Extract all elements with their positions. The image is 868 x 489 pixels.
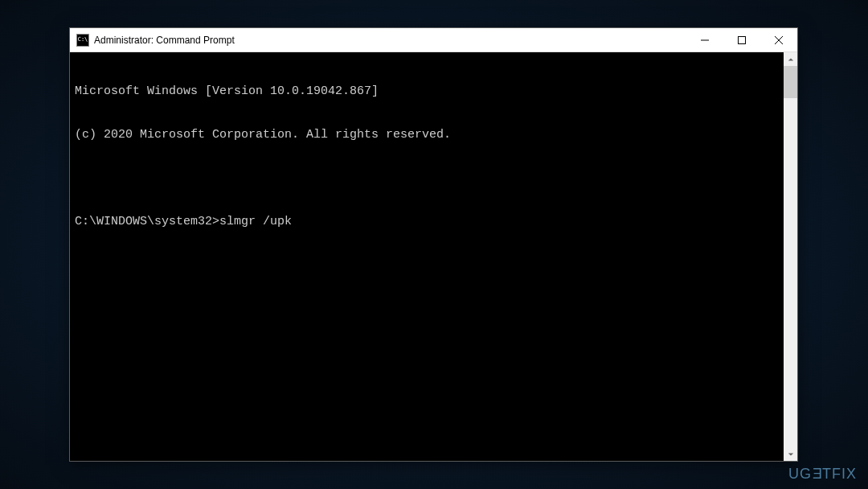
minimize-icon: [701, 36, 709, 44]
terminal-area: Microsoft Windows [Version 10.0.19042.86…: [70, 52, 797, 461]
close-icon: [775, 36, 783, 44]
window-controls: [686, 28, 797, 51]
watermark-logo: UGETFIX: [788, 466, 857, 483]
terminal-prompt-line: C:\WINDOWS\system32>slmgr /upk: [75, 215, 779, 229]
terminal-line-copyright: (c) 2020 Microsoft Corporation. All righ…: [75, 128, 779, 142]
close-button[interactable]: [760, 28, 797, 51]
watermark-post: TFIX: [822, 466, 857, 482]
watermark-e: E: [812, 466, 822, 483]
scroll-down-button[interactable]: [784, 447, 797, 461]
app-icon-text: C:\: [78, 37, 88, 43]
titlebar[interactable]: C:\ Administrator: Command Prompt: [70, 28, 797, 52]
maximize-icon: [738, 36, 746, 44]
app-icon: C:\: [76, 34, 89, 47]
maximize-button[interactable]: [723, 28, 760, 51]
terminal-output[interactable]: Microsoft Windows [Version 10.0.19042.86…: [70, 52, 784, 461]
chevron-up-icon: [788, 56, 794, 63]
scroll-track[interactable]: [784, 66, 797, 447]
command-prompt-window: C:\ Administrator: Command Prompt Micros…: [69, 27, 798, 462]
window-title: Administrator: Command Prompt: [94, 35, 686, 46]
terminal-line-version: Microsoft Windows [Version 10.0.19042.86…: [75, 84, 779, 99]
terminal-prompt: C:\WINDOWS\system32>: [75, 215, 219, 229]
watermark-pre: UG: [788, 466, 812, 482]
chevron-down-icon: [788, 451, 794, 458]
scroll-thumb[interactable]: [784, 66, 797, 98]
scroll-up-button[interactable]: [784, 52, 797, 66]
terminal-command: slmgr /upk: [219, 215, 292, 229]
minimize-button[interactable]: [686, 28, 723, 51]
vertical-scrollbar[interactable]: [784, 52, 797, 461]
terminal-blank-line: [75, 171, 779, 186]
svg-rect-1: [739, 36, 746, 43]
